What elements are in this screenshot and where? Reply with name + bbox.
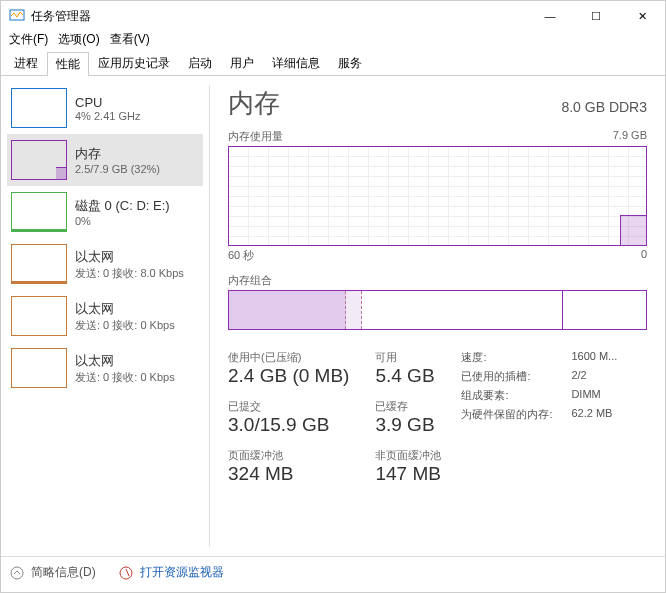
ethernet-thumbnail (11, 296, 67, 336)
sidebar-item-ethernet-1[interactable]: 以太网 发送: 0 接收: 8.0 Kbps (7, 238, 203, 290)
tab-users[interactable]: 用户 (221, 51, 263, 75)
titlebar: 任务管理器 — ☐ ✕ (1, 1, 665, 31)
menu-options[interactable]: 选项(O) (58, 31, 99, 51)
sidebar: CPU 4% 2.41 GHz 内存 2.5/7.9 GB (32%) 磁盘 0… (1, 76, 209, 556)
sidebar-disk-sub: 0% (75, 215, 199, 227)
comp-standby (362, 291, 562, 329)
nonpaged-label: 非页面缓冲池 (375, 448, 441, 463)
sidebar-mem-sub: 2.5/7.9 GB (32%) (75, 163, 199, 175)
cached-label: 已缓存 (375, 399, 441, 414)
sidebar-eth2-sub: 发送: 0 接收: 0 Kbps (75, 318, 199, 333)
tab-startup[interactable]: 启动 (179, 51, 221, 75)
form-value: DIMM (571, 388, 600, 403)
minimize-button[interactable]: — (527, 1, 573, 31)
commit-label: 已提交 (228, 399, 349, 414)
fewer-details-link[interactable]: 简略信息(D) (31, 564, 96, 581)
slots-label: 已使用的插槽: (461, 369, 571, 384)
sidebar-eth3-sub: 发送: 0 接收: 0 Kbps (75, 370, 199, 385)
close-button[interactable]: ✕ (619, 1, 665, 31)
tab-details[interactable]: 详细信息 (263, 51, 329, 75)
footer: 简略信息(D) 打开资源监视器 (1, 556, 665, 588)
paged-value: 324 MB (228, 463, 349, 485)
sidebar-item-ethernet-3[interactable]: 以太网 发送: 0 接收: 0 Kbps (7, 342, 203, 394)
speed-label: 速度: (461, 350, 571, 365)
paged-label: 页面缓冲池 (228, 448, 349, 463)
content-area: CPU 4% 2.41 GHz 内存 2.5/7.9 GB (32%) 磁盘 0… (1, 76, 665, 556)
memory-usage-chart[interactable] (228, 146, 647, 246)
memory-thumbnail (11, 140, 67, 180)
reserved-value: 62.2 MB (571, 407, 612, 422)
sidebar-eth2-name: 以太网 (75, 300, 199, 318)
cached-value: 3.9 GB (375, 414, 441, 436)
ethernet-thumbnail (11, 348, 67, 388)
sidebar-eth1-name: 以太网 (75, 248, 199, 266)
app-icon (9, 8, 25, 24)
composition-label: 内存组合 (228, 273, 272, 288)
sidebar-disk-name: 磁盘 0 (C: D: E:) (75, 197, 199, 215)
stats-grid: 使用中(已压缩) 2.4 GB (0 MB) 可用 5.4 GB 已提交 3.0… (228, 350, 441, 485)
menu-view[interactable]: 查看(V) (110, 31, 150, 51)
detail-capacity: 8.0 GB DDR3 (561, 99, 647, 115)
comp-inuse (229, 291, 346, 329)
tab-history[interactable]: 应用历史记录 (89, 51, 179, 75)
sidebar-eth1-sub: 发送: 0 接收: 8.0 Kbps (75, 266, 199, 281)
nonpaged-value: 147 MB (375, 463, 441, 485)
usage-chart-max: 7.9 GB (613, 129, 647, 144)
avail-label: 可用 (375, 350, 441, 365)
sidebar-mem-name: 内存 (75, 145, 199, 163)
sidebar-cpu-name: CPU (75, 95, 199, 110)
speed-value: 1600 M... (571, 350, 617, 365)
ethernet-thumbnail (11, 244, 67, 284)
sidebar-item-disk[interactable]: 磁盘 0 (C: D: E:) 0% (7, 186, 203, 238)
sidebar-eth3-name: 以太网 (75, 352, 199, 370)
chart-axis-right: 0 (641, 248, 647, 263)
resmon-icon (118, 565, 134, 581)
tabbar: 进程 性能 应用历史记录 启动 用户 详细信息 服务 (1, 51, 665, 76)
chart-axis-left: 60 秒 (228, 248, 254, 263)
inuse-label: 使用中(已压缩) (228, 350, 349, 365)
form-label: 组成要素: (461, 388, 571, 403)
comp-free (563, 291, 646, 329)
tab-performance[interactable]: 性能 (47, 52, 89, 76)
usage-chart-label: 内存使用量 (228, 129, 283, 144)
sidebar-cpu-sub: 4% 2.41 GHz (75, 110, 199, 122)
reserved-label: 为硬件保留的内存: (461, 407, 571, 422)
slots-value: 2/2 (571, 369, 586, 384)
menubar: 文件(F) 选项(O) 查看(V) (1, 31, 665, 51)
menu-file[interactable]: 文件(F) (9, 31, 48, 51)
disk-thumbnail (11, 192, 67, 232)
inuse-value: 2.4 GB (0 MB) (228, 365, 349, 387)
cpu-thumbnail (11, 88, 67, 128)
sidebar-item-memory[interactable]: 内存 2.5/7.9 GB (32%) (7, 134, 203, 186)
svg-point-1 (11, 567, 23, 579)
tab-services[interactable]: 服务 (329, 51, 371, 75)
avail-value: 5.4 GB (375, 365, 441, 387)
sidebar-item-ethernet-2[interactable]: 以太网 发送: 0 接收: 0 Kbps (7, 290, 203, 342)
memory-composition-bar[interactable] (228, 290, 647, 330)
svg-point-2 (120, 567, 132, 579)
comp-modified (346, 291, 363, 329)
maximize-button[interactable]: ☐ (573, 1, 619, 31)
specs-list: 速度:1600 M... 已使用的插槽:2/2 组成要素:DIMM 为硬件保留的… (461, 350, 617, 485)
commit-value: 3.0/15.9 GB (228, 414, 349, 436)
chevron-up-icon[interactable] (9, 565, 25, 581)
detail-panel: 内存 8.0 GB DDR3 内存使用量 7.9 GB 60 秒 0 内存组合 … (210, 76, 665, 556)
tab-processes[interactable]: 进程 (5, 51, 47, 75)
detail-title: 内存 (228, 86, 280, 121)
window-title: 任务管理器 (31, 8, 527, 25)
sidebar-item-cpu[interactable]: CPU 4% 2.41 GHz (7, 82, 203, 134)
open-resmon-link[interactable]: 打开资源监视器 (140, 564, 224, 581)
